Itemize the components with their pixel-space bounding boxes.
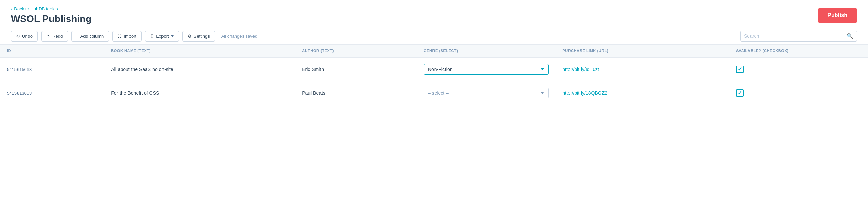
available-checkbox-2[interactable]: ✓ bbox=[736, 89, 744, 97]
export-button[interactable]: ↧ Export bbox=[145, 31, 179, 42]
import-label: Import bbox=[124, 34, 136, 39]
genre-select-1[interactable]: Non-Fiction bbox=[424, 64, 549, 75]
available-checkbox-1[interactable]: ✓ bbox=[736, 66, 744, 73]
page-title: WSOL Publishing bbox=[11, 13, 91, 24]
purchase-link-2[interactable]: http://bit.ly/18QBGZ2 bbox=[562, 90, 607, 96]
table-wrapper: ID BOOK NAME (TEXT) AUTHOR (TEXT) GENRE … bbox=[0, 45, 868, 197]
cell-author-1: Eric Smith bbox=[295, 57, 417, 81]
col-header-id: ID bbox=[0, 45, 104, 57]
back-link[interactable]: ‹ Back to HubDB tables bbox=[11, 6, 91, 11]
purchase-link-1[interactable]: http://bit.ly/IqT6zt bbox=[562, 67, 599, 72]
genre-select-2[interactable]: – select – bbox=[424, 88, 549, 98]
export-label: Export bbox=[156, 34, 169, 39]
chevron-left-icon: ‹ bbox=[11, 6, 12, 11]
search-box: 🔍 bbox=[740, 31, 857, 42]
cell-book-1: All about the SaaS no on-site bbox=[104, 57, 295, 81]
add-column-label: + Add column bbox=[77, 34, 104, 39]
header-left: ‹ Back to HubDB tables WSOL Publishing bbox=[11, 6, 91, 24]
col-header-available: AVAILABLE? (CHECKBOX) bbox=[729, 45, 868, 57]
genre-chevron-icon-1 bbox=[541, 68, 544, 70]
undo-icon: ↻ bbox=[16, 34, 20, 39]
table-row: 5415615663 All about the SaaS no on-site… bbox=[0, 57, 868, 81]
undo-label: Undo bbox=[22, 34, 33, 39]
table-row: 5415813653 For the Benefit of CSS Paul B… bbox=[0, 81, 868, 105]
cell-available-1: ✓ bbox=[729, 57, 868, 81]
redo-button[interactable]: ↺ Redo bbox=[41, 31, 68, 42]
toolbar: ↻ Undo ↺ Redo + Add column ☷ Import ↧ Ex… bbox=[0, 28, 868, 45]
page-wrapper: ‹ Back to HubDB tables WSOL Publishing P… bbox=[0, 0, 868, 197]
page-header: ‹ Back to HubDB tables WSOL Publishing P… bbox=[0, 0, 868, 28]
search-input[interactable] bbox=[744, 33, 844, 39]
settings-button[interactable]: ⚙ Settings bbox=[182, 31, 215, 42]
cell-genre-1: Non-Fiction bbox=[417, 57, 555, 81]
checkmark-icon-2: ✓ bbox=[737, 90, 742, 96]
col-header-genre: GENRE (SELECT) bbox=[417, 45, 555, 57]
settings-label: Settings bbox=[194, 34, 210, 39]
export-icon: ↧ bbox=[150, 34, 154, 39]
cell-genre-2: – select – bbox=[417, 81, 555, 105]
export-chevron-icon bbox=[171, 35, 174, 37]
publish-button[interactable]: Publish bbox=[818, 8, 857, 23]
undo-button[interactable]: ↻ Undo bbox=[11, 31, 38, 42]
header-row: ID BOOK NAME (TEXT) AUTHOR (TEXT) GENRE … bbox=[0, 45, 868, 57]
genre-value-1: Non-Fiction bbox=[428, 67, 453, 72]
import-icon: ☷ bbox=[117, 34, 122, 39]
genre-chevron-icon-2 bbox=[541, 92, 544, 94]
cell-book-2: For the Benefit of CSS bbox=[104, 81, 295, 105]
cell-id-1: 5415615663 bbox=[0, 57, 104, 81]
table-header: ID BOOK NAME (TEXT) AUTHOR (TEXT) GENRE … bbox=[0, 45, 868, 57]
back-link-label: Back to HubDB tables bbox=[14, 6, 58, 11]
cell-id-2: 5415813653 bbox=[0, 81, 104, 105]
table-body: 5415615663 All about the SaaS no on-site… bbox=[0, 57, 868, 105]
redo-icon: ↺ bbox=[46, 34, 50, 39]
cell-author-2: Paul Beats bbox=[295, 81, 417, 105]
redo-label: Redo bbox=[52, 34, 63, 39]
cell-purchase-2: http://bit.ly/18QBGZ2 bbox=[555, 81, 729, 105]
col-header-book: BOOK NAME (TEXT) bbox=[104, 45, 295, 57]
settings-icon: ⚙ bbox=[188, 34, 192, 39]
add-column-button[interactable]: + Add column bbox=[71, 31, 109, 42]
col-header-purchase: PURCHASE LINK (URL) bbox=[555, 45, 729, 57]
status-text: All changes saved bbox=[221, 34, 258, 39]
data-table: ID BOOK NAME (TEXT) AUTHOR (TEXT) GENRE … bbox=[0, 45, 868, 105]
cell-available-2: ✓ bbox=[729, 81, 868, 105]
col-header-author: AUTHOR (TEXT) bbox=[295, 45, 417, 57]
search-icon: 🔍 bbox=[847, 33, 853, 39]
checkmark-icon-1: ✓ bbox=[737, 67, 742, 72]
cell-purchase-1: http://bit.ly/IqT6zt bbox=[555, 57, 729, 81]
import-button[interactable]: ☷ Import bbox=[112, 31, 142, 42]
genre-placeholder-2: – select – bbox=[428, 90, 449, 96]
